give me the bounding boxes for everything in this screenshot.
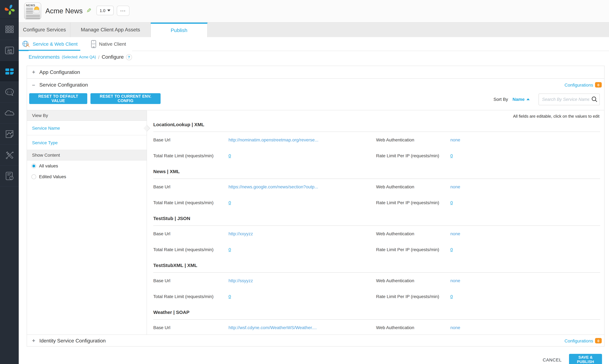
edit-pencil-icon[interactable]: ✎ [86,7,91,14]
total-rate-limit-value[interactable]: 0 [229,242,231,258]
sidebar-item-apps-grid[interactable] [0,19,19,40]
app-configuration-header[interactable]: + App Configuration [27,66,604,79]
sort-value[interactable]: Name [513,97,525,102]
base-url-label: Base Url [153,179,170,195]
radio-edited-values[interactable]: Edited Values [27,171,147,182]
reset-to-current-env-button[interactable]: RESET TO CURRENT ENV. CONFIG [90,93,161,104]
tab-manage-client-app-assets[interactable]: Manage Client App Assets [70,23,151,37]
kony-logo [0,0,19,19]
service-section: TestStub | JSON Base Url http://xxyyzz W… [147,210,604,258]
expand-plus-icon[interactable]: + [32,339,37,343]
rate-limit-per-ip-value[interactable]: 0 [450,288,453,304]
code-chat-icon: {···} [4,87,14,97]
service-row-urls: Base Url http://wsf.cdyne.com/WeatherWS/… [147,320,604,335]
tools-icon [4,150,14,160]
sidebar-item-app-configuration[interactable] [0,61,19,82]
total-rate-limit-label: Total Rate Limit (requests/min) [153,148,214,164]
code-chat-icon-text: {···} [7,90,12,93]
base-url-value[interactable]: http://xxyyzz [229,226,253,242]
service-configuration-header[interactable]: – Service Configuration [27,79,604,91]
save-and-publish-button[interactable]: SAVE & PUBLISH [569,354,602,364]
configurations-count-badge: 0 [595,82,602,88]
native-client-icon: </> [91,40,96,48]
service-title: TestStubXML | XML [153,262,604,270]
identity-configurations-link[interactable]: Configurations 0 [564,338,602,343]
app-header: NEWS Acme News ✎ 1.0 ••• [19,0,609,22]
web-auth-value[interactable]: none [450,273,460,288]
total-rate-limit-value[interactable]: 0 [229,288,231,304]
version-dropdown[interactable]: 1.0 [96,6,114,15]
sidebar-item-api-manager[interactable]: API [0,40,19,61]
breadcrumb-separator: / [98,54,99,60]
web-auth-value[interactable]: none [450,132,460,148]
apps-grid-icon [5,25,14,34]
chevron-down-icon [107,10,110,12]
rate-limit-per-ip-label: Rate Limit Per IP (requests/min) [376,242,439,258]
base-url-label: Base Url [153,273,170,288]
cancel-button[interactable]: CANCEL [540,356,565,364]
more-options-button[interactable]: ••• [117,6,129,16]
sidebar-item-analytics-report[interactable] [0,124,19,144]
subtab-native-client[interactable]: </> Native Client [91,37,126,51]
subtab-label: Native Client [99,41,126,47]
sidebar-item-help-docs[interactable]: ? [0,166,19,186]
service-search [539,93,600,105]
web-auth-value[interactable]: none [450,226,460,242]
search-input[interactable] [539,93,600,105]
base-url-label: Base Url [153,226,170,242]
sort-ascending-icon[interactable] [527,98,530,100]
subtab-label: Service & Web Client [33,41,78,47]
web-auth-label: Web Authentication [376,132,414,148]
service-configurations-link[interactable]: Configurations 0 [564,82,602,88]
breadcrumb-selected-env[interactable]: (Selected: Acme QA) [62,55,96,59]
reset-to-default-button[interactable]: RESET TO DEFAULT VALUE [29,93,87,104]
radio-button[interactable] [31,174,36,179]
base-url-value[interactable]: https://news.google.com/news/section?out… [229,179,318,195]
service-section: LocationLookup | XML Base Url http://nom… [147,117,604,164]
rate-limit-per-ip-label: Rate Limit Per IP (requests/min) [376,148,439,164]
base-url-label: Base Url [153,132,170,148]
rate-limit-per-ip-value[interactable]: 0 [450,148,453,164]
identity-service-configuration-header[interactable]: + Identity Service Configuration [27,335,604,347]
rate-limit-per-ip-value[interactable]: 0 [450,195,453,210]
app-icon: NEWS [24,2,41,20]
service-list: LocationLookup | XML Base Url http://nom… [147,110,604,335]
collapse-minus-icon[interactable]: – [32,83,37,87]
service-row-limits: Total Rate Limit (requests/min) 0 Rate L… [147,148,604,164]
main-tabs: Configure Services Manage Client App Ass… [19,22,609,37]
version-value: 1.0 [100,8,105,13]
radio-button[interactable] [31,163,36,168]
total-rate-limit-value[interactable]: 0 [229,195,231,210]
total-rate-limit-value[interactable]: 0 [229,148,231,164]
subtab-service-web-client[interactable]: Service & Web Client [22,37,78,51]
service-row-limits: Total Rate Limit (requests/min) 0 Rate L… [147,242,604,258]
search-icon[interactable] [591,96,597,103]
sidebar-item-code-chat[interactable]: {···} [0,82,19,103]
configurations-label: Configurations [564,338,593,343]
tab-configure-services[interactable]: Configure Services [19,23,70,37]
publish-subtabs: Service & Web Client </> Native Client [19,37,609,51]
radio-all-values[interactable]: All values [27,160,147,171]
base-url-value[interactable]: http://wsf.cdyne.com/WeatherWS/Weather..… [229,320,317,335]
cloud-icon [33,10,40,13]
sort-by-label: Sort By [493,97,508,102]
rate-limit-per-ip-value[interactable]: 0 [450,242,453,258]
view-by-service-name[interactable]: Service Name [27,121,147,135]
web-auth-value[interactable]: none [450,179,460,195]
help-icon[interactable]: ? [126,54,132,60]
service-row-urls: Base Url http://ssyyzz Web Authenticatio… [147,273,604,288]
web-auth-value[interactable]: none [450,320,460,335]
sidebar-item-tools[interactable] [0,144,19,166]
base-url-value[interactable]: http://nominatim.openstreetmap.org/rever… [229,132,318,148]
base-url-value[interactable]: http://ssyyzz [229,273,253,288]
app-icon-news-text: NEWS [26,4,35,7]
service-title: Weather | SOAP [153,310,604,316]
expand-plus-icon[interactable]: + [32,70,37,74]
breadcrumb-environments-link[interactable]: Environments [28,54,60,60]
tab-publish[interactable]: Publish [151,23,208,37]
web-auth-label: Web Authentication [376,320,414,335]
view-by-service-type[interactable]: Service Type [27,135,147,150]
sidebar: API {···} [0,0,19,364]
service-configuration-title: Service Configuration [39,82,88,88]
sidebar-item-cloud[interactable] [0,103,19,124]
